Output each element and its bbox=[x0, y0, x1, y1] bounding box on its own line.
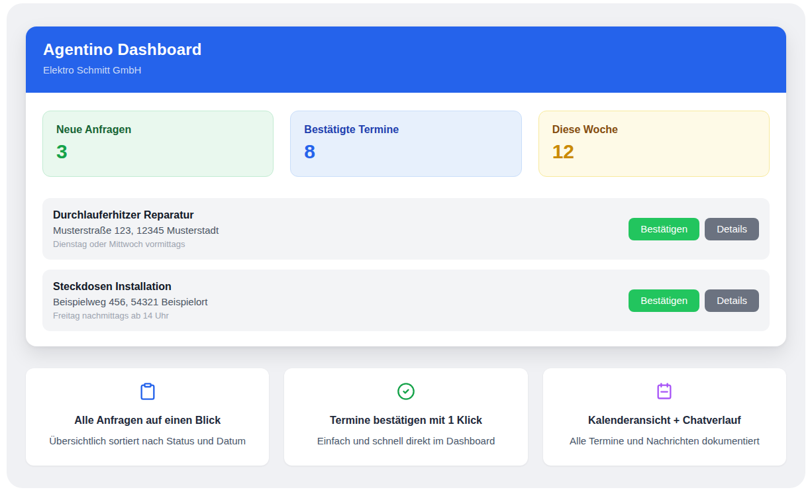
calendar-icon bbox=[655, 382, 674, 401]
request-info: Steckdosen Installation Beispielweg 456,… bbox=[53, 281, 208, 321]
request-address: Beispielweg 456, 54321 Beispielort bbox=[53, 296, 208, 307]
check-circle-icon bbox=[397, 382, 415, 401]
stat-label: Neue Anfragen bbox=[56, 124, 260, 136]
feature-subtitle: Einfach und schnell direkt im Dashboard bbox=[284, 435, 527, 446]
confirm-button[interactable]: Bestätigen bbox=[629, 289, 699, 312]
stats-row: Neue Anfragen 3 Bestätigte Termine 8 Die… bbox=[26, 93, 786, 177]
stat-card-neue-anfragen: Neue Anfragen 3 bbox=[42, 111, 274, 177]
feature-title: Kalenderansicht + Chatverlauf bbox=[543, 415, 786, 427]
feature-subtitle: Alle Termine und Nachrichten dokumentier… bbox=[543, 435, 786, 446]
stat-card-bestaetigte-termine: Bestätigte Termine 8 bbox=[290, 111, 521, 177]
feature-title: Termine bestätigen mit 1 Klick bbox=[284, 415, 527, 427]
feature-title: Alle Anfragen auf einen Blick bbox=[26, 415, 269, 427]
request-title: Durchlauferhitzer Reparatur bbox=[53, 209, 219, 221]
details-button[interactable]: Details bbox=[705, 289, 759, 312]
feature-subtitle: Übersichtlich sortiert nach Status und D… bbox=[26, 435, 269, 446]
stat-label: Diese Woche bbox=[552, 124, 756, 136]
stat-value: 12 bbox=[552, 140, 756, 163]
request-address: Musterstraße 123, 12345 Musterstadt bbox=[53, 225, 219, 236]
request-actions: Bestätigen Details bbox=[629, 289, 759, 312]
page-title: Agentino Dashboard bbox=[43, 40, 769, 59]
stat-value: 3 bbox=[56, 140, 260, 163]
request-title: Steckdosen Installation bbox=[53, 281, 208, 293]
feature-card-kalender: Kalenderansicht + Chatverlauf Alle Termi… bbox=[543, 368, 786, 466]
request-info: Durchlauferhitzer Reparatur Musterstraße… bbox=[53, 209, 219, 249]
request-actions: Bestätigen Details bbox=[629, 218, 759, 240]
feature-card-termine: Termine bestätigen mit 1 Klick Einfach u… bbox=[284, 368, 527, 466]
feature-card-anfragen: Alle Anfragen auf einen Blick Übersichtl… bbox=[26, 368, 269, 466]
confirm-button[interactable]: Bestätigen bbox=[629, 218, 699, 240]
clipboard-icon bbox=[138, 382, 157, 401]
request-time: Freitag nachmittags ab 14 Uhr bbox=[53, 311, 208, 321]
dashboard-header: Agentino Dashboard Elektro Schmitt GmbH bbox=[26, 26, 786, 93]
page-container: Agentino Dashboard Elektro Schmitt GmbH … bbox=[7, 3, 805, 488]
stat-label: Bestätigte Termine bbox=[304, 124, 507, 136]
details-button[interactable]: Details bbox=[705, 218, 759, 240]
stat-value: 8 bbox=[304, 140, 507, 163]
feature-cards-row: Alle Anfragen auf einen Blick Übersichtl… bbox=[26, 368, 786, 466]
dashboard-card: Agentino Dashboard Elektro Schmitt GmbH … bbox=[26, 26, 786, 346]
request-row-durchlauferhitzer: Durchlauferhitzer Reparatur Musterstraße… bbox=[42, 198, 770, 260]
stat-card-diese-woche: Diese Woche 12 bbox=[538, 111, 770, 177]
company-subtitle: Elektro Schmitt GmbH bbox=[43, 64, 769, 76]
request-list: Durchlauferhitzer Reparatur Musterstraße… bbox=[26, 177, 786, 346]
request-row-steckdosen: Steckdosen Installation Beispielweg 456,… bbox=[42, 270, 770, 331]
request-time: Dienstag oder Mittwoch vormittags bbox=[53, 239, 219, 249]
